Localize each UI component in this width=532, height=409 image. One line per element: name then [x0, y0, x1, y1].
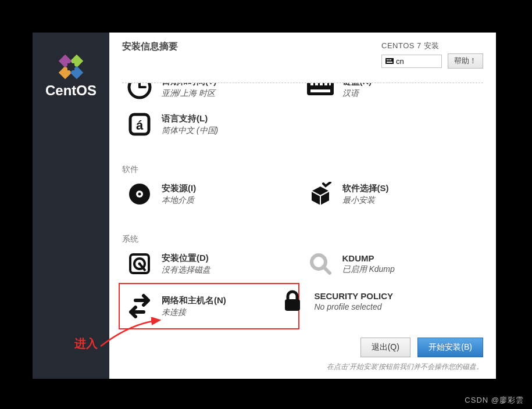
spoke-kdump-sub: 已启用 Kdump [342, 264, 395, 275]
spoke-source-sub: 本地介质 [162, 195, 196, 206]
keyboard-mini-icon [385, 57, 394, 66]
spoke-keyboard-sub: 汉语 [342, 88, 372, 99]
spoke-security-title: SECURITY POLICY [315, 291, 394, 301]
sidebar: CentOS [33, 33, 109, 379]
spoke-network-sub: 未连接 [162, 307, 226, 318]
installer-window: CentOS 安装信息摘要 CENTOS 7 安装 cn 帮助！ [33, 33, 496, 379]
spoke-security-sub: No profile selected [315, 302, 394, 311]
spoke-destination[interactable]: 安装位置(D) 没有选择磁盘 [122, 250, 303, 277]
spoke-security[interactable]: SECURITY POLICY No profile selected [275, 288, 456, 314]
svg-rect-7 [388, 59, 390, 60]
svg-line-31 [323, 267, 330, 273]
spoke-softsel-sub: 最小安装 [342, 195, 389, 206]
language-icon: á [122, 111, 157, 138]
spoke-language-sub: 简体中文 (中国) [162, 125, 218, 136]
svg-rect-6 [387, 59, 388, 60]
clock-icon [122, 83, 157, 101]
kdump-icon [303, 250, 338, 277]
section-software: 软件 [122, 164, 483, 175]
svg-rect-32 [285, 299, 300, 311]
spoke-language[interactable]: á 语言支持(L) 简体中文 (中国) [122, 111, 303, 138]
package-icon [303, 181, 338, 207]
spoke-destination-title: 安装位置(D) [162, 253, 210, 264]
spoke-softsel[interactable]: 软件选择(S) 最小安装 [303, 181, 484, 207]
distro-line: CENTOS 7 安装 [381, 41, 440, 51]
svg-rect-18 [329, 83, 331, 85]
spoke-source-title: 安装源(I) [162, 183, 196, 194]
spoke-destination-sub: 没有选择磁盘 [162, 265, 210, 275]
centos-logo-icon [33, 53, 109, 80]
svg-point-24 [138, 193, 141, 196]
lock-icon [275, 288, 310, 314]
annotation-enter-label: 进入 [74, 336, 98, 351]
section-system: 系统 [122, 234, 483, 245]
footer-hint: 在点击'开始安装'按钮前我们并不会操作您的磁盘。 [122, 362, 483, 372]
quit-button[interactable]: 退出(Q) [360, 338, 410, 357]
network-icon [122, 293, 157, 320]
svg-rect-19 [310, 89, 330, 92]
help-button[interactable]: 帮助！ [448, 53, 483, 69]
spoke-network[interactable]: 网络和主机名(N) 未连接 [119, 283, 299, 329]
begin-install-button[interactable]: 开始安装(B) [417, 338, 483, 357]
keyboard-icon [303, 83, 338, 101]
hdd-icon [122, 250, 157, 277]
svg-rect-4 [67, 63, 74, 70]
svg-rect-5 [385, 58, 394, 64]
spoke-keyboard-title: 键盘(K) [342, 83, 372, 87]
spoke-softsel-title: 软件选择(S) [342, 183, 389, 194]
spoke-kdump-title: KDUMP [342, 253, 395, 263]
keyboard-layout-indicator[interactable]: cn [381, 55, 442, 68]
spoke-datetime-sub: 亚洲/上海 时区 [162, 88, 216, 99]
svg-rect-15 [315, 83, 318, 85]
spoke-source[interactable]: 安装源(I) 本地介质 [122, 181, 303, 207]
svg-rect-16 [320, 83, 323, 85]
spoke-datetime[interactable]: 日期和时间(T) 亚洲/上海 时区 [122, 83, 303, 101]
page-title: 安装信息摘要 [122, 41, 381, 53]
keyboard-layout-label: cn [396, 57, 404, 66]
spoke-network-title: 网络和主机名(N) [162, 295, 226, 306]
svg-rect-8 [390, 59, 391, 60]
spoke-datetime-title: 日期和时间(T) [162, 83, 216, 87]
watermark: CSDN @廖彩雲 [465, 395, 524, 406]
sidebar-brand: CentOS [33, 82, 109, 99]
spoke-kdump[interactable]: KDUMP 已启用 Kdump [303, 250, 484, 277]
svg-rect-14 [310, 83, 313, 85]
spoke-language-title: 语言支持(L) [162, 113, 218, 124]
disc-icon [122, 181, 157, 207]
spoke-keyboard[interactable]: 键盘(K) 汉语 [303, 83, 484, 101]
svg-rect-9 [387, 62, 392, 63]
svg-rect-17 [324, 83, 327, 85]
svg-text:á: á [136, 118, 144, 132]
